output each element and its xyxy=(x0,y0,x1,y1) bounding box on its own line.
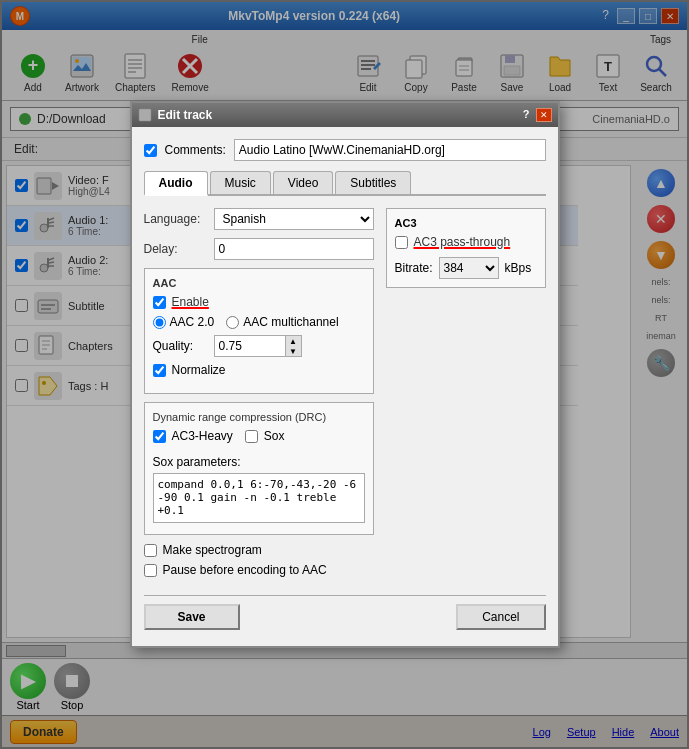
modal-title: Edit track xyxy=(158,108,213,122)
audio-left-panel: Language: Spanish Delay: AAC xyxy=(144,208,374,583)
ac3heavy-label: AC3-Heavy xyxy=(172,429,233,443)
delay-row: Delay: xyxy=(144,238,374,260)
normalize-row: Normalize xyxy=(153,363,365,377)
modal-save-button[interactable]: Save xyxy=(144,604,240,630)
ac3heavy-row: AC3-Heavy xyxy=(153,429,233,443)
aac-20-label: AAC 2.0 xyxy=(170,315,215,329)
quality-row: Quality: ▲ ▼ xyxy=(153,335,365,357)
language-label: Language: xyxy=(144,212,214,226)
normalize-label: Normalize xyxy=(172,363,226,377)
pause-checkbox[interactable] xyxy=(144,564,157,577)
bitrate-select[interactable]: 384 xyxy=(439,257,499,279)
passthrough-row: AC3 pass-through xyxy=(395,235,537,249)
ac3-title: AC3 xyxy=(395,217,537,229)
dialog-icon xyxy=(138,108,152,122)
tab-audio[interactable]: Audio xyxy=(144,171,208,196)
sox-row: Sox xyxy=(245,429,285,443)
bitrate-unit: kBps xyxy=(505,261,532,275)
sox-params-label: Sox parameters: xyxy=(153,455,365,469)
aac-title: AAC xyxy=(153,277,365,289)
sox-label: Sox xyxy=(264,429,285,443)
bitrate-label: Bitrate: xyxy=(395,261,433,275)
language-row: Language: Spanish xyxy=(144,208,374,230)
main-window: M MkvToMp4 version 0.224 (x64) ? _ □ ✕ F… xyxy=(0,0,689,749)
comments-checkbox[interactable] xyxy=(144,144,157,157)
bottom-checkboxes: Make spectrogram Pause before encoding t… xyxy=(144,543,374,577)
ac3-section: AC3 AC3 pass-through Bitrate: 384 kBps xyxy=(386,208,546,288)
svg-rect-55 xyxy=(139,109,151,121)
aac-radio-row: AAC 2.0 AAC multichannel xyxy=(153,315,365,329)
aac-multichannel-radio[interactable] xyxy=(226,316,239,329)
bitrate-row: Bitrate: 384 kBps xyxy=(395,257,537,279)
spectrogram-checkbox[interactable] xyxy=(144,544,157,557)
aac-20-option[interactable]: AAC 2.0 xyxy=(153,315,215,329)
ac3-panel: AC3 AC3 pass-through Bitrate: 384 kBps xyxy=(386,208,546,583)
spectrogram-row: Make spectrogram xyxy=(144,543,374,557)
quality-input[interactable] xyxy=(215,336,285,356)
delay-label: Delay: xyxy=(144,242,214,256)
sox-params-textarea[interactable]: compand 0.0,1 6:-70,-43,-20 -6 -90 0.1 g… xyxy=(153,473,365,523)
drc-title: Dynamic range compression (DRC) xyxy=(153,411,365,423)
pause-label: Pause before encoding to AAC xyxy=(163,563,327,577)
quality-spinner: ▲ ▼ xyxy=(285,336,301,356)
spin-down-button[interactable]: ▼ xyxy=(285,346,301,356)
modal-overlay: Edit track ? ✕ Comments: Audio M xyxy=(0,0,689,749)
normalize-checkbox[interactable] xyxy=(153,364,166,377)
aac-multichannel-label: AAC multichannel xyxy=(243,315,338,329)
passthrough-checkbox[interactable] xyxy=(395,236,408,249)
spin-up-button[interactable]: ▲ xyxy=(285,336,301,346)
drc-section: Dynamic range compression (DRC) AC3-Heav… xyxy=(144,402,374,535)
enable-checkbox[interactable] xyxy=(153,296,166,309)
delay-input[interactable] xyxy=(214,238,374,260)
tab-music[interactable]: Music xyxy=(210,171,271,194)
comments-row: Comments: xyxy=(144,139,546,161)
enable-row: Enable xyxy=(153,295,365,309)
aac-section: AAC Enable AAC 2.0 xyxy=(144,268,374,394)
spectrogram-label: Make spectrogram xyxy=(163,543,262,557)
pause-row: Pause before encoding to AAC xyxy=(144,563,374,577)
modal-cancel-button[interactable]: Cancel xyxy=(456,604,545,630)
tab-subtitles[interactable]: Subtitles xyxy=(335,171,411,194)
sox-checkbox[interactable] xyxy=(245,430,258,443)
aac-20-radio[interactable] xyxy=(153,316,166,329)
drc-checks: AC3-Heavy Sox xyxy=(153,429,365,449)
language-select[interactable]: Spanish xyxy=(214,208,374,230)
modal-tabs: Audio Music Video Subtitles xyxy=(144,171,546,196)
aac-multichannel-option[interactable]: AAC multichannel xyxy=(226,315,338,329)
edit-track-dialog: Edit track ? ✕ Comments: Audio M xyxy=(130,101,560,648)
passthrough-label: AC3 pass-through xyxy=(414,235,511,249)
modal-buttons: Save Cancel xyxy=(144,595,546,634)
quality-label: Quality: xyxy=(153,339,208,353)
quality-input-wrap: ▲ ▼ xyxy=(214,335,302,357)
modal-help-icon[interactable]: ? xyxy=(519,108,534,122)
comments-label: Comments: xyxy=(165,143,226,157)
ac3heavy-checkbox[interactable] xyxy=(153,430,166,443)
comments-input[interactable] xyxy=(234,139,546,161)
modal-content: Comments: Audio Music Video Subtitles La… xyxy=(132,127,558,646)
audio-tab-content: Language: Spanish Delay: AAC xyxy=(144,208,546,583)
enable-label: Enable xyxy=(172,295,209,309)
modal-title-bar: Edit track ? ✕ xyxy=(132,103,558,127)
tab-video[interactable]: Video xyxy=(273,171,333,194)
modal-controls: ? ✕ xyxy=(519,108,552,122)
modal-close-button[interactable]: ✕ xyxy=(536,108,552,122)
